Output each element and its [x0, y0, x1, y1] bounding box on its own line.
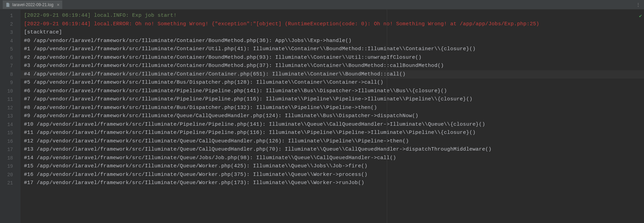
file-icon: [5, 2, 10, 7]
code-line[interactable]: #3 /app/vendor/laravel/framework/src/Ill…: [24, 62, 644, 70]
tab-label: laravel-2022-09-21.log: [12, 2, 53, 7]
column-ruler: [387, 10, 387, 223]
line-number: 3: [0, 28, 21, 37]
code-line[interactable]: #2 /app/vendor/laravel/framework/src/Ill…: [24, 54, 644, 62]
gutter: 123456789101112131415161718192021: [0, 10, 21, 223]
code-line[interactable]: #7 /app/vendor/laravel/framework/src/Ill…: [24, 95, 644, 104]
line-number: 17: [0, 145, 21, 154]
tab-menu-icon[interactable]: ⋮: [636, 2, 644, 8]
line-number: 4: [0, 37, 21, 45]
line-number: 12: [0, 104, 21, 112]
editor-tab[interactable]: laravel-2022-09-21.log ×: [3, 1, 62, 9]
line-number: 5: [0, 45, 21, 54]
code-line[interactable]: [2022-09-21 06:19:44] local.INFO: Exp jo…: [24, 12, 644, 20]
line-number: 16: [0, 137, 21, 146]
code-line[interactable]: #5 /app/vendor/laravel/framework/src/Ill…: [24, 79, 644, 87]
code-line[interactable]: [2022-09-21 06:19:44] local.ERROR: Oh no…: [24, 20, 644, 29]
code-line[interactable]: #10 /app/vendor/laravel/framework/src/Il…: [24, 121, 644, 129]
line-number: 10: [0, 87, 21, 96]
tab-bar: laravel-2022-09-21.log × ⋮: [0, 0, 644, 10]
line-number: 13: [0, 112, 21, 121]
code-line[interactable]: #1 /app/vendor/laravel/framework/src/Ill…: [24, 45, 644, 54]
line-number: 15: [0, 129, 21, 137]
code-line[interactable]: [stacktrace]: [24, 28, 644, 37]
code-line[interactable]: #9 /app/vendor/laravel/framework/src/Ill…: [24, 112, 644, 121]
line-number: 14: [0, 121, 21, 129]
code-line[interactable]: #4 /app/vendor/laravel/framework/src/Ill…: [24, 70, 644, 79]
line-number: 6: [0, 54, 21, 62]
code-line[interactable]: #14 /app/vendor/laravel/framework/src/Il…: [24, 154, 644, 163]
editor: 123456789101112131415161718192021 ✔ [202…: [0, 10, 644, 223]
line-number: 2: [0, 20, 21, 29]
close-icon[interactable]: ×: [57, 2, 60, 8]
code-area[interactable]: ✔ [2022-09-21 06:19:44] local.INFO: Exp …: [21, 10, 644, 223]
line-number: 1: [0, 12, 21, 20]
code-line[interactable]: #15 /app/vendor/laravel/framework/src/Il…: [24, 162, 644, 171]
code-line[interactable]: #0 /app/vendor/laravel/framework/src/Ill…: [24, 37, 644, 45]
line-number: 20: [0, 171, 21, 179]
line-number: 8: [0, 70, 21, 79]
line-number: 18: [0, 154, 21, 163]
line-number: 9: [0, 79, 21, 87]
code-line[interactable]: #6 /app/vendor/laravel/framework/src/Ill…: [24, 87, 644, 96]
code-line[interactable]: #13 /app/vendor/laravel/framework/src/Il…: [24, 145, 644, 154]
code-line[interactable]: #12 /app/vendor/laravel/framework/src/Il…: [24, 137, 644, 146]
code-line[interactable]: #8 /app/vendor/laravel/framework/src/Ill…: [24, 104, 644, 112]
code-line[interactable]: #17 /app/vendor/laravel/framework/src/Il…: [24, 179, 644, 187]
line-number: 21: [0, 179, 21, 187]
status-check-icon: ✔: [639, 13, 642, 19]
code-line[interactable]: #11 /app/vendor/laravel/framework/src/Il…: [24, 129, 644, 137]
line-number: 19: [0, 162, 21, 171]
line-number: 11: [0, 95, 21, 104]
line-number: 7: [0, 62, 21, 70]
code-line[interactable]: #16 /app/vendor/laravel/framework/src/Il…: [24, 171, 644, 179]
